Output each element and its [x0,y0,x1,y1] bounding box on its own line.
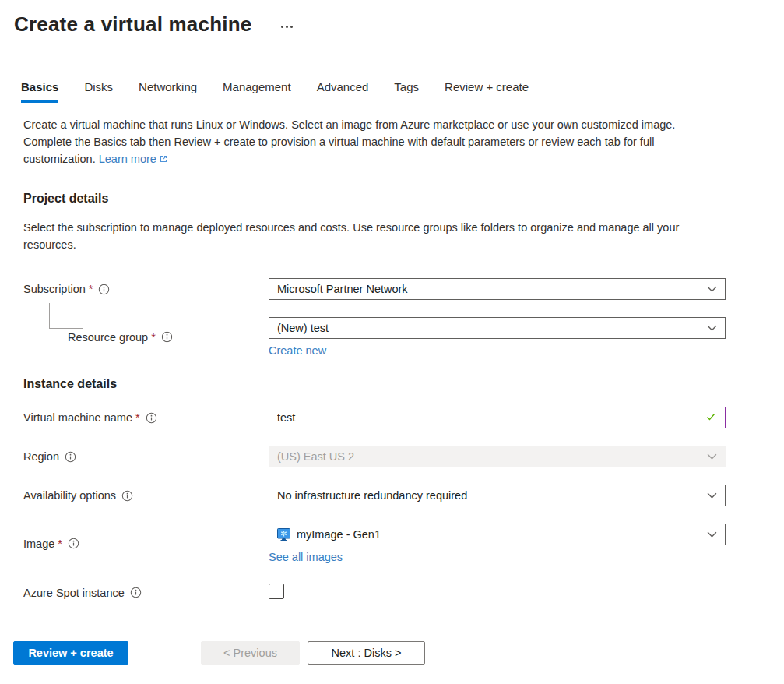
region-dropdown: (US) East US 2 [269,446,726,467]
required-marker: * [135,411,140,424]
info-icon[interactable] [146,412,157,424]
vm-name-row: Virtual machine name * [23,407,784,428]
vm-name-field [269,407,726,428]
intro-text: Create a virtual machine that runs Linux… [23,116,712,168]
image-row: Image * myImage - Gen1 See all images [23,524,784,563]
tab-advanced[interactable]: Advanced [317,80,369,103]
chevron-down-icon [707,322,717,334]
review-create-button[interactable]: Review + create [13,641,128,665]
required-marker: * [89,283,93,295]
info-icon[interactable] [121,490,133,502]
resource-group-label: Resource group [68,331,148,344]
wizard-footer: Review + create < Previous Next : Disks … [0,619,784,684]
availability-options-label: Availability options [23,489,116,502]
region-label: Region [23,450,59,463]
resource-group-dropdown[interactable]: (New) test [269,317,726,339]
image-dropdown[interactable]: myImage - Gen1 [269,524,726,545]
info-icon[interactable] [65,451,76,463]
availability-options-dropdown[interactable]: No infrastructure redundancy required [269,485,726,506]
project-details-heading: Project details [23,192,784,206]
tab-basics[interactable]: Basics [21,80,58,103]
external-link-icon [159,151,168,168]
subscription-row: Subscription * Microsoft Partner Network [23,278,784,300]
subscription-label: Subscription [23,283,86,295]
vm-name-input[interactable] [277,411,705,424]
azure-spot-checkbox[interactable] [269,584,284,599]
required-marker: * [151,331,156,344]
region-row: Region (US) East US 2 [23,446,784,467]
create-new-link[interactable]: Create new [269,344,326,357]
page-title: Create a virtual machine [14,12,251,37]
required-marker: * [58,538,62,550]
tab-review-create[interactable]: Review + create [445,80,529,103]
more-options-icon[interactable] [278,23,296,31]
chevron-down-icon [707,450,717,463]
chevron-down-icon [707,283,717,295]
info-icon[interactable] [98,284,110,295]
wizard-tabs: Basics Disks Networking Management Advan… [21,80,784,103]
learn-more-link[interactable]: Learn more [99,153,168,165]
valid-check-icon [705,411,717,425]
hierarchy-connector-line [49,303,83,329]
subscription-dropdown[interactable]: Microsoft Partner Network [269,278,726,300]
chevron-down-icon [707,489,717,502]
tab-management[interactable]: Management [223,80,291,103]
azure-spot-row: Azure Spot instance [23,584,784,601]
chevron-down-icon [707,528,717,541]
see-all-images-link[interactable]: See all images [269,551,343,563]
azure-spot-label: Azure Spot instance [23,587,125,599]
info-icon[interactable] [161,331,173,343]
instance-details-heading: Instance details [23,377,784,391]
next-disks-button[interactable]: Next : Disks > [308,641,425,665]
info-icon[interactable] [68,538,79,549]
previous-button[interactable]: < Previous [201,641,300,665]
vm-image-icon [277,528,290,541]
tab-disks[interactable]: Disks [84,80,113,103]
tab-tags[interactable]: Tags [394,80,419,103]
info-icon[interactable] [130,587,142,598]
image-label: Image [23,538,54,550]
availability-options-row: Availability options No infrastructure r… [23,485,784,506]
resource-group-row: Resource group * (New) test Create new [23,317,784,357]
vm-name-label: Virtual machine name [23,411,132,424]
tab-networking[interactable]: Networking [139,80,197,103]
project-details-description: Select the subscription to manage deploy… [23,219,728,253]
page-header: Create a virtual machine [14,12,784,37]
